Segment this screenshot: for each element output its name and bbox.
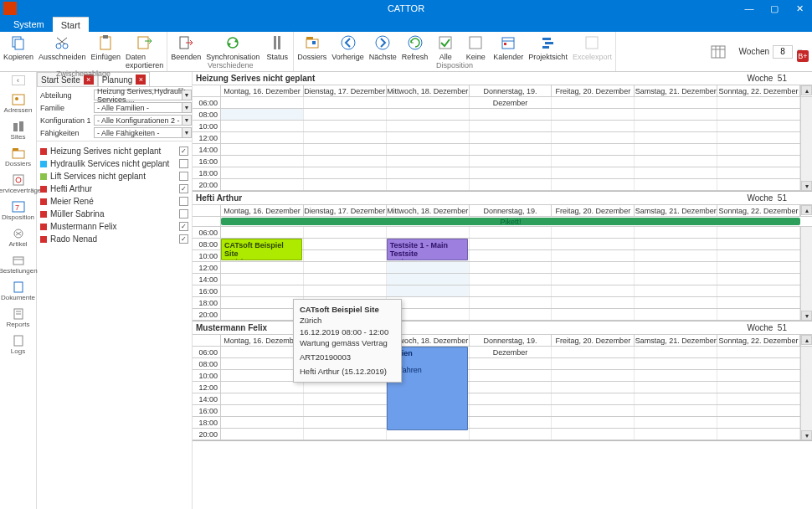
time-slot[interactable] [717,309,800,320]
time-slot[interactable] [221,429,304,440]
time-slot[interactable] [717,121,800,131]
time-slot[interactable] [635,144,717,155]
time-slot[interactable] [221,156,304,167]
time-slot[interactable] [304,156,387,167]
event-catsoft[interactable]: CATsoft Beispiel SiteZürich [221,239,302,260]
event-testsite[interactable]: Testsite 1 - Main TestsiteBaden [387,239,468,260]
time-slot[interactable] [635,285,717,296]
time-slot[interactable] [552,285,635,296]
time-slot[interactable] [304,144,387,155]
time-slot[interactable] [470,132,552,143]
time-slot[interactable] [304,121,387,131]
resource-item[interactable]: Meier René [39,195,190,208]
chevron-down-icon[interactable]: ▼ [182,116,191,125]
time-slot[interactable] [717,370,800,381]
time-slot[interactable] [470,250,552,261]
time-slot[interactable] [552,132,635,143]
week-view-button[interactable] [706,43,731,61]
time-slot[interactable] [221,405,304,416]
time-slot[interactable] [552,97,635,108]
time-slot[interactable] [221,382,304,393]
time-slot[interactable] [470,179,552,190]
resource-item[interactable]: Lift Services nicht geplant [39,170,190,183]
dossiers-button[interactable]: Dossiers [297,33,326,61]
refresh-button[interactable]: Refresh [402,33,429,61]
rail-dokumente[interactable]: Dokumente [0,279,36,303]
fahigkeiten-combo[interactable]: - Alle Fähigkeiten -▼ [94,127,192,138]
time-slot[interactable] [470,285,552,296]
time-slot[interactable] [635,121,717,131]
time-slot[interactable] [717,347,800,357]
time-slot[interactable] [304,274,387,285]
scroll-up-button[interactable]: ▴ [801,335,812,345]
rail-logs[interactable]: Logs [0,332,36,357]
time-slot[interactable] [717,156,800,167]
chevron-down-icon[interactable]: ▼ [182,103,191,112]
time-slot[interactable] [304,179,387,190]
exit-button[interactable]: Beenden [171,33,201,61]
time-slot[interactable] [552,262,635,273]
rail-sites[interactable]: Sites [0,118,36,142]
time-slot[interactable] [470,274,552,285]
time-slot[interactable] [304,227,387,238]
time-slot[interactable] [717,179,800,190]
resource-item[interactable]: Müller Sabrina [39,208,190,220]
scroll-down-button[interactable]: ▾ [801,430,812,440]
vertical-scrollbar[interactable]: ▾ [800,347,812,440]
time-slot[interactable] [717,227,800,238]
time-slot[interactable] [552,358,635,369]
chevron-down-icon[interactable]: ▼ [182,128,191,137]
rail-disposition[interactable]: 7Disposition [0,198,36,223]
resource-checkbox[interactable]: ✓ [179,184,188,193]
rail-adressen[interactable]: Adressen [0,91,36,116]
time-slot[interactable] [221,262,304,273]
time-slot[interactable] [552,429,635,440]
resource-item[interactable]: Rado Nenad✓ [39,233,190,245]
minimize-button[interactable]: — [737,0,762,17]
time-slot[interactable] [552,227,635,238]
time-slot[interactable] [221,358,304,369]
time-slot[interactable] [221,132,304,143]
resource-item[interactable]: Mustermann Felix✓ [39,220,190,233]
time-slot[interactable] [552,144,635,155]
close-tab-icon[interactable]: × [136,75,146,85]
time-slot[interactable] [387,121,470,131]
time-slot[interactable] [635,97,717,108]
time-slot[interactable] [552,109,635,120]
time-slot[interactable] [304,262,387,273]
resource-checkbox[interactable] [179,197,188,206]
time-slot[interactable] [717,382,800,393]
time-slot[interactable] [717,274,800,285]
time-slot[interactable] [304,405,387,416]
rail-bestellungen[interactable]: Bestellungen [0,252,36,276]
copy-button[interactable]: Kopieren [3,33,33,69]
time-slot[interactable] [470,121,552,131]
time-slot[interactable] [552,347,635,357]
resource-checkbox[interactable] [179,209,188,219]
resource-item[interactable]: Hydraulik Services nicht geplant [39,157,190,170]
time-slot[interactable] [717,393,800,404]
time-slot[interactable] [552,382,635,393]
resource-checkbox[interactable] [179,159,188,168]
time-slot[interactable] [635,417,717,428]
time-slot[interactable] [221,97,304,108]
time-slot[interactable] [387,156,470,167]
time-slot[interactable] [635,132,717,143]
time-slot[interactable] [552,274,635,285]
time-slot[interactable] [635,393,717,404]
time-slot[interactable] [470,358,552,369]
time-slot[interactable] [717,297,800,308]
time-slot[interactable] [635,382,717,393]
rail-dossiers[interactable]: Dossiers [0,145,36,169]
time-slot[interactable] [717,405,800,416]
all-button[interactable]: Alle [433,33,458,61]
time-slot[interactable] [470,144,552,155]
time-slot[interactable] [470,405,552,416]
time-slot[interactable] [221,370,304,381]
prev-button[interactable]: Vorherige [331,33,364,61]
time-slot[interactable] [221,144,304,155]
time-slot[interactable] [470,309,552,320]
time-slot[interactable] [552,393,635,404]
time-slot[interactable] [635,274,717,285]
rail-servicevertrage[interactable]: Serviceverträge [0,172,36,196]
